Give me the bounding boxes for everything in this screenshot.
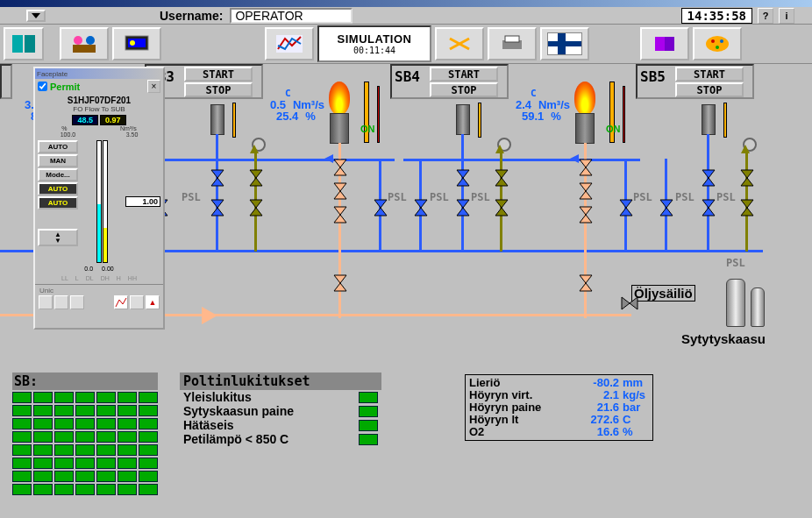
- readout-row: Höyryn virt.2.1kg/s: [469, 389, 649, 401]
- status-cell: [75, 418, 95, 429]
- auto2-indicator: AUTO: [38, 182, 78, 195]
- nav-dropdown-button[interactable]: [26, 10, 46, 22]
- people-icon: [69, 33, 99, 54]
- status-cell: [33, 458, 53, 469]
- sb4-start-button[interactable]: START: [430, 67, 498, 82]
- status-cell: [75, 484, 95, 495]
- interlock-row: Petilämpö < 850 C: [180, 432, 381, 446]
- auto-button[interactable]: AUTO: [38, 140, 78, 153]
- faceplate-tool-trend[interactable]: [114, 295, 128, 309]
- toolbar-button-1[interactable]: [4, 27, 44, 60]
- faceplate-close-button[interactable]: ×: [147, 80, 160, 93]
- faceplate-sp: 0.97: [100, 115, 126, 125]
- toolbar-button-screen[interactable]: [112, 27, 161, 60]
- psl-label: PSL: [471, 191, 490, 203]
- status-cell: [96, 405, 116, 416]
- sb3-stop-button[interactable]: STOP: [184, 82, 253, 97]
- simulation-label: SIMULATION: [338, 32, 412, 46]
- psl-label: PSL: [726, 257, 745, 269]
- faceplate-tag: S1HJF07DF201: [35, 94, 163, 105]
- burner2-on-label: ON: [360, 124, 375, 134]
- toolbar-button-trend[interactable]: [265, 27, 314, 60]
- status-cell: [139, 458, 158, 469]
- sb3-start-button[interactable]: START: [184, 67, 253, 82]
- sb4-stop-button[interactable]: STOP: [430, 82, 498, 97]
- flow-arrow-icon: [202, 307, 217, 324]
- psl-label: PSL: [430, 191, 449, 203]
- gas-tank-icon: [751, 287, 765, 327]
- svg-point-3: [86, 36, 95, 45]
- sb5-start-button[interactable]: START: [675, 67, 744, 82]
- svg-point-13: [706, 36, 729, 52]
- sb5-label: SB5: [638, 67, 667, 85]
- simulation-status: SIMULATION 00:11:44: [317, 25, 431, 62]
- toolbar-button-print[interactable]: [488, 27, 537, 60]
- svg-point-16: [716, 46, 719, 49]
- info-icon[interactable]: i: [779, 8, 794, 24]
- readout-panel: Lieriö-80.2mm Höyryn virt.2.1kg/s Höyryn…: [465, 374, 653, 441]
- pipe: [338, 143, 341, 318]
- status-cell: [96, 392, 116, 403]
- faceplate-tool-pdf[interactable]: ▲: [146, 295, 160, 309]
- printer-icon: [497, 33, 527, 54]
- help-icon[interactable]: ?: [758, 8, 773, 24]
- status-cell: [139, 484, 158, 495]
- sb-status-grid: SB:: [12, 373, 158, 495]
- faceplate-title[interactable]: Faceplate: [35, 68, 163, 79]
- clock: 14:35:58: [681, 8, 752, 24]
- mode-button[interactable]: Mode...: [38, 168, 78, 181]
- nudge-buttons[interactable]: ▲▼: [38, 229, 78, 246]
- status-cell: [75, 431, 95, 443]
- man-button[interactable]: MAN: [38, 154, 78, 167]
- status-cell: [33, 418, 53, 429]
- aux3-box: [702, 104, 716, 135]
- psl-label: PSL: [388, 191, 407, 203]
- status-cell: [96, 471, 116, 482]
- status-cell: [12, 431, 32, 443]
- svg-rect-12: [505, 36, 519, 42]
- svg-point-15: [720, 39, 723, 43]
- toolbar-button-alarm[interactable]: [435, 27, 484, 60]
- finland-flag-icon: [547, 32, 582, 55]
- faceplate-tool-2[interactable]: [54, 295, 68, 309]
- flow-arrow-icon: [250, 145, 259, 153]
- interlock-row: Sytyskaasun paine: [180, 404, 381, 418]
- faceplate-tool-3[interactable]: [70, 295, 84, 309]
- faceplate-desc: FO Flow To SUB: [35, 105, 163, 113]
- readout-row: O216.6%: [469, 426, 649, 438]
- status-cell: [33, 471, 53, 482]
- sb5-panel: SB5 START STOP: [636, 64, 754, 99]
- aux2-box: [456, 104, 470, 135]
- pipe: [500, 152, 502, 252]
- permit-checkbox[interactable]: [38, 82, 47, 91]
- sb5-stop-button[interactable]: STOP: [675, 82, 744, 97]
- flow-arrow-icon: [495, 145, 504, 153]
- palette-icon: [702, 33, 732, 54]
- faceplate-tool-edit[interactable]: [130, 295, 144, 309]
- flow-arrow-icon: [741, 145, 750, 153]
- svg-rect-1: [25, 35, 35, 53]
- toolbar-button-people[interactable]: [60, 27, 109, 60]
- status-cell: [12, 418, 32, 429]
- faceplate-window[interactable]: Faceplate Permit × S1HJF07DF201 FO Flow …: [33, 67, 165, 330]
- status-cell: [33, 405, 53, 416]
- status-indicator: [359, 434, 378, 445]
- burner3-flame-icon: [574, 82, 595, 115]
- readout-row: Lieriö-80.2mm: [469, 377, 649, 389]
- status-cell: [96, 418, 116, 429]
- status-cell: [54, 484, 74, 495]
- pipe: [419, 159, 422, 252]
- status-cell: [118, 484, 137, 495]
- svg-point-14: [711, 39, 715, 43]
- aux2-scale: [478, 103, 481, 138]
- faceplate-pv: 48.5: [72, 115, 98, 125]
- pipe: [665, 159, 667, 252]
- pipe: [707, 134, 709, 252]
- burner3-on-label: ON: [606, 124, 621, 134]
- toolbar-button-help[interactable]: [640, 27, 689, 60]
- toolbar-button-locale[interactable]: [540, 27, 589, 60]
- toolbar-button-palette[interactable]: [693, 27, 742, 60]
- status-cell: [118, 431, 137, 443]
- faceplate-tool-1[interactable]: [39, 295, 53, 309]
- status-cell: [33, 431, 53, 443]
